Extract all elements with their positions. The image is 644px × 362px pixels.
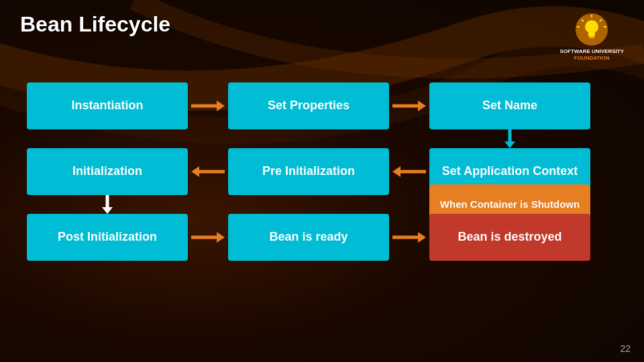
svg-rect-3 [589, 36, 594, 38]
svg-rect-2 [588, 33, 595, 36]
instantiation-box: Instantiation [27, 82, 188, 129]
vertical-arrow-1 [502, 129, 518, 148]
arrow-right-4 [389, 229, 429, 245]
logo: SOFTWARE UNIVERSITY FOUNDATION [559, 12, 624, 62]
page-number: 22 [620, 343, 631, 354]
initialization-box: Initialization [27, 148, 188, 195]
bean-ready-box: Bean is ready [228, 214, 389, 261]
svg-marker-24 [418, 232, 426, 243]
logo-icon [574, 12, 609, 47]
svg-marker-20 [102, 207, 113, 214]
svg-point-1 [585, 20, 598, 34]
arrow-right-2 [389, 98, 429, 114]
svg-marker-14 [504, 141, 515, 148]
arrow-right-3 [188, 229, 228, 245]
flow-row-1: Instantiation Set Properties Set Name [27, 82, 617, 129]
vertical-arrow-2 [99, 195, 115, 214]
arrow-right-1 [188, 98, 228, 114]
set-name-box: Set Name [429, 82, 590, 129]
set-properties-box: Set Properties [228, 82, 389, 129]
svg-marker-12 [418, 101, 426, 111]
svg-marker-10 [217, 101, 225, 111]
logo-line1: SOFTWARE UNIVERSITY [559, 48, 624, 54]
bean-destroyed-box: Bean is destroyed [429, 214, 590, 261]
page-title: Bean Lifecycle [20, 12, 170, 37]
pre-initialization-box: Pre Initialization [228, 148, 389, 195]
flow-row-3: Post Initialization Bean is ready Bean i… [27, 214, 617, 261]
logo-line2: FOUNDATION [574, 55, 610, 61]
header: Bean Lifecycle SOFTWARE UNIVERSITY FOUND… [20, 12, 624, 62]
arrow-left-1 [188, 164, 228, 180]
svg-marker-16 [191, 166, 199, 177]
post-initialization-box: Post Initialization [27, 214, 188, 261]
svg-marker-18 [392, 166, 400, 177]
svg-marker-22 [217, 232, 225, 243]
arrow-left-2 [389, 164, 429, 180]
